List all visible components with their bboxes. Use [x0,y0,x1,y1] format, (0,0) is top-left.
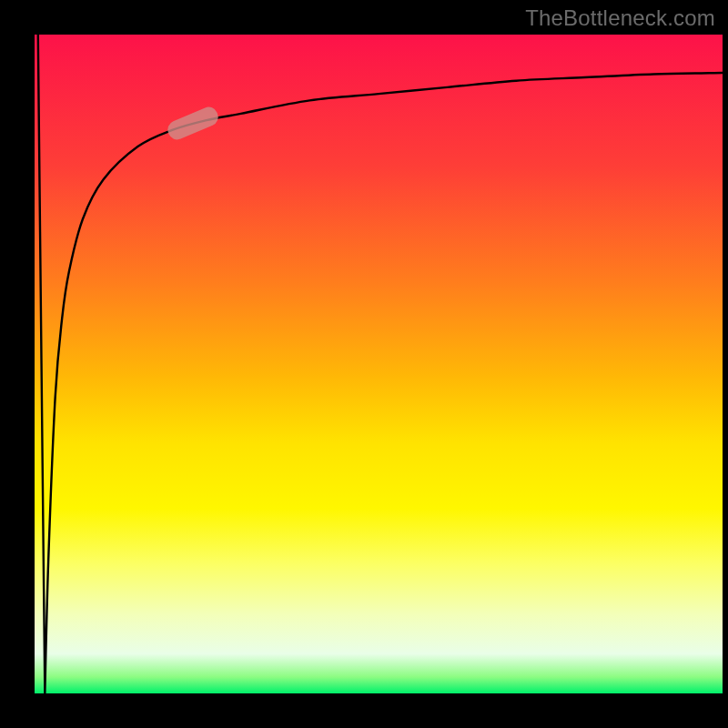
bottleneck-curve [35,35,723,693]
watermark-text: TheBottleneck.com [525,5,715,31]
